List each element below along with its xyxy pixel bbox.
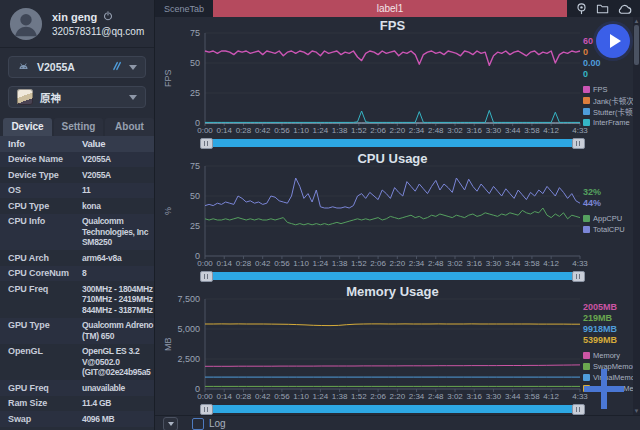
app-select[interactable]: 原神: [8, 86, 146, 108]
legend-item[interactable]: InterFrame: [583, 117, 639, 128]
scene-tab-label1[interactable]: label1: [213, 0, 567, 17]
x-tick-label: 0:28: [236, 259, 252, 268]
value-cell: 11: [82, 185, 154, 196]
x-tick-label: 3:02: [447, 126, 463, 135]
current-value: 219MB: [583, 313, 639, 324]
x-axis: 0:000:140:280:420:561:101:241:381:522:06…: [205, 126, 580, 136]
cloud-icon[interactable]: [617, 3, 632, 15]
legend-item[interactable]: AppCPU: [583, 213, 639, 224]
legend-item[interactable]: Jank(卡顿次数): [583, 95, 639, 106]
info-cell: Swap: [8, 414, 82, 425]
x-tick-label: 3:30: [486, 126, 502, 135]
x-axis: 0:000:140:280:420:561:101:241:381:522:06…: [205, 259, 580, 269]
time-range-scrollbar[interactable]: [200, 138, 585, 149]
legend-swatch: [583, 226, 590, 233]
scrollbar-track[interactable]: [202, 405, 583, 413]
current-value: 0.00: [583, 58, 639, 69]
power-icon[interactable]: [103, 11, 113, 23]
table-row: GPU Frequnavailable: [0, 380, 154, 396]
scroll-up-icon[interactable]: ▲: [633, 17, 640, 25]
perfdog-window: xin geng 320578311@qq.com V2055A: [0, 0, 640, 430]
x-tick-label: 3:58: [524, 259, 540, 268]
x-tick-label: 0:28: [236, 126, 252, 135]
y-axis-label: %: [162, 166, 174, 256]
x-tick-label: 4:12: [543, 259, 559, 268]
tab-setting[interactable]: Setting: [54, 118, 103, 136]
legend-label: FPS: [593, 85, 608, 94]
time-range-scrollbar[interactable]: [200, 271, 585, 282]
legend-swatch: [583, 352, 590, 359]
topbar-icons: [567, 2, 640, 15]
scrollbar-track[interactable]: [202, 272, 583, 280]
y-tick-label: 2,500: [162, 354, 200, 364]
x-tick-label: 1:38: [332, 392, 348, 401]
scroll-down-icon[interactable]: ▼: [633, 407, 640, 415]
range-handle-left[interactable]: [200, 404, 213, 415]
table-row: CPU CoreNum8: [0, 266, 154, 282]
value-cell: kona: [82, 201, 154, 212]
device-select[interactable]: V2055A: [8, 56, 146, 78]
legend-swatch: [583, 119, 590, 126]
y-tick-label: 25: [162, 221, 200, 231]
x-tick-label: 1:52: [351, 126, 367, 135]
scene-tab-header: SceneTab: [155, 4, 213, 14]
folder-icon[interactable]: [596, 2, 609, 15]
x-tick-label: 3:16: [466, 392, 482, 401]
plot-area: [205, 299, 580, 389]
x-tick-label: 2:06: [370, 126, 386, 135]
x-tick-label: 1:24: [313, 259, 329, 268]
x-tick-label: 0:42: [255, 126, 271, 135]
add-chart-button[interactable]: [584, 369, 624, 409]
scrollbar-track[interactable]: [202, 139, 583, 147]
tab-about[interactable]: About: [105, 118, 154, 136]
connection-icon: [110, 60, 122, 74]
legend-swatch: [583, 108, 590, 115]
user-profile: xin geng 320578311@qq.com: [0, 0, 154, 48]
scrollbar-thumb[interactable]: [634, 25, 639, 65]
x-tick-label: 3:30: [486, 392, 502, 401]
vertical-scrollbar[interactable]: ▲ ▼: [633, 17, 640, 415]
start-test-button[interactable]: [596, 24, 630, 58]
time-range-scrollbar[interactable]: [200, 404, 585, 415]
legend-item[interactable]: FPS: [583, 84, 639, 95]
log-label: Log: [209, 418, 226, 429]
range-handle-right[interactable]: [572, 271, 585, 282]
range-handle-left[interactable]: [200, 271, 213, 282]
info-cell: CPU CoreNum: [8, 268, 82, 279]
x-tick-label: 1:10: [293, 126, 309, 135]
tab-device[interactable]: Device: [3, 118, 52, 136]
range-handle-left[interactable]: [200, 138, 213, 149]
legend-label: TotalCPU: [593, 225, 625, 234]
app-icon: [17, 89, 33, 105]
x-tick-label: 0:00: [197, 126, 213, 135]
info-cell: Device Type: [8, 170, 82, 181]
app-select-value: 原神: [40, 90, 61, 105]
y-tick-label: 0: [162, 251, 200, 261]
legend-swatch: [583, 86, 590, 93]
device-info-table: InfoValueDevice NameV2055ADevice TypeV20…: [0, 136, 154, 430]
x-tick-label: 0:42: [255, 392, 271, 401]
x-tick-label: 2:48: [428, 126, 444, 135]
y-tick-label: 7,500: [162, 294, 200, 304]
legend-item[interactable]: Memory: [583, 350, 639, 361]
sidebar-tabs: DeviceSettingAbout: [0, 118, 154, 136]
legend-swatch: [583, 97, 590, 104]
legend-label: AppCPU: [593, 214, 622, 223]
legend-item[interactable]: TotalCPU: [583, 224, 639, 235]
table-row: Ram Size11.4 GB: [0, 396, 154, 412]
range-handle-right[interactable]: [572, 138, 585, 149]
table-row: Device NameV2055A: [0, 152, 154, 168]
x-tick-label: 3:16: [466, 126, 482, 135]
legend-item[interactable]: Stutter(卡顿率): [583, 106, 639, 117]
x-tick-label: 4:12: [543, 392, 559, 401]
x-tick-label: 2:48: [428, 392, 444, 401]
info-cell: GPU Freq: [8, 383, 82, 394]
location-marker-icon[interactable]: [575, 2, 588, 15]
log-checkbox[interactable]: [192, 418, 204, 430]
info-cell: Device Name: [8, 154, 82, 165]
collapse-button[interactable]: [163, 417, 178, 430]
x-tick-label: 0:14: [216, 392, 232, 401]
table-header: InfoValue: [0, 136, 154, 152]
table-row: CPU InfoQualcomm Technologies, Inc SM825…: [0, 214, 154, 251]
user-name: xin geng: [52, 11, 97, 23]
